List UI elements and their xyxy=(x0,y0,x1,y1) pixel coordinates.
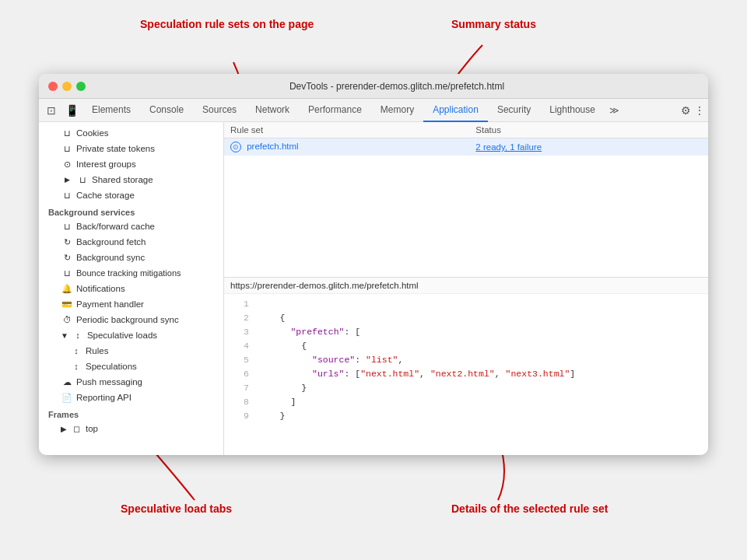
rule-set-panel: Rule set Status ⊙ prefetch.html 2 ready,… xyxy=(224,122,708,278)
sidebar-item-background-fetch[interactable]: ↻ Background fetch xyxy=(39,234,223,250)
sidebar-group-frames: Frames xyxy=(39,405,223,421)
code-line-6: 6 "urls": ["next.html", "next2.html", "n… xyxy=(224,367,708,381)
tab-memory[interactable]: Memory xyxy=(371,99,423,122)
code-line-9: 9 } xyxy=(224,409,708,423)
tab-security[interactable]: Security xyxy=(488,99,540,122)
sync-icon: ↻ xyxy=(61,236,73,248)
sidebar-item-label: Rules xyxy=(86,346,108,355)
col-rule-set: Rule set xyxy=(224,122,469,138)
sidebar-item-label: Cache storage xyxy=(76,191,135,200)
tab-network[interactable]: Network xyxy=(246,99,299,122)
minimize-button[interactable] xyxy=(62,82,72,91)
code-panel: https://prerender-demos.glitch.me/prefet… xyxy=(224,278,708,455)
sidebar-item-frames-top[interactable]: ▶ ◻ top xyxy=(39,421,223,436)
tab-application[interactable]: Application xyxy=(423,99,488,122)
sidebar-item-reporting-api[interactable]: 📄 Reporting API xyxy=(39,390,223,405)
traffic-lights xyxy=(48,82,86,91)
code-line-3: 3 "prefetch": [ xyxy=(224,325,708,339)
tab-lighthouse[interactable]: Lighthouse xyxy=(540,99,605,122)
sidebar-item-private-state-tokens[interactable]: ⊔ Private state tokens xyxy=(39,141,223,156)
sidebar-group-background-services: Background services xyxy=(39,203,223,219)
devtools-icon-device[interactable]: 📱 xyxy=(62,101,81,120)
specload-icon: ↕ xyxy=(70,345,82,357)
sidebar-item-cache-storage[interactable]: ⊔ Cache storage xyxy=(39,187,223,203)
devtools-tab-bar: ⊡ 📱 Elements Console Sources Network Per… xyxy=(39,99,708,122)
code-line-7: 7 } xyxy=(224,381,708,395)
payment-icon: 💳 xyxy=(61,298,73,310)
sidebar-item-label: Back/forward cache xyxy=(76,222,155,231)
expand-arrow-frames-icon: ▶ xyxy=(61,425,67,433)
annotation-speculation-rule-sets: Speculation rule sets on the page xyxy=(140,17,314,31)
code-line-8: 8 ] xyxy=(224,395,708,409)
tab-settings: ⚙ ⋮ xyxy=(681,104,705,117)
sidebar-item-label: Push messaging xyxy=(76,377,142,387)
sidebar-item-label: Speculative loads xyxy=(87,331,157,340)
cloud-icon: ☁ xyxy=(61,376,73,388)
close-button[interactable] xyxy=(48,82,58,91)
sync-icon: ↻ xyxy=(61,251,73,264)
specload-icon: ↕ xyxy=(72,329,84,341)
rule-set-cell: ⊙ prefetch.html xyxy=(224,138,469,156)
rule-table: Rule set Status ⊙ prefetch.html 2 ready,… xyxy=(224,122,708,156)
tab-sources[interactable]: Sources xyxy=(193,99,246,122)
sidebar-item-label: Shared storage xyxy=(92,175,153,184)
sidebar-item-interest-groups[interactable]: ⊙ Interest groups xyxy=(39,156,223,172)
sidebar: ⊔ Cookies ⊔ Private state tokens ⊙ Inter… xyxy=(39,122,224,455)
table-row[interactable]: ⊙ prefetch.html 2 ready, 1 failure xyxy=(224,138,708,156)
rule-set-link[interactable]: prefetch.html xyxy=(247,142,298,151)
db-icon: ⊔ xyxy=(61,220,73,233)
tab-overflow[interactable]: ≫ xyxy=(605,99,624,122)
sidebar-item-payment-handler[interactable]: 💳 Payment handler xyxy=(39,296,223,312)
sidebar-item-notifications[interactable]: 🔔 Notifications xyxy=(39,281,223,296)
browser-window: DevTools - prerender-demos.glitch.me/pre… xyxy=(39,74,708,455)
tab-console[interactable]: Console xyxy=(140,99,193,122)
maximize-button[interactable] xyxy=(76,82,86,91)
status-badge[interactable]: 2 ready, 1 failure xyxy=(475,142,542,152)
code-line-4: 4 { xyxy=(224,339,708,353)
window-title: DevTools - prerender-demos.glitch.me/pre… xyxy=(95,81,699,92)
sidebar-item-bounce-tracking[interactable]: ⊔ Bounce tracking mitigations xyxy=(39,265,223,281)
sidebar-item-speculative-loads[interactable]: ▼ ↕ Speculative loads xyxy=(39,327,223,343)
timer-icon: ⏱ xyxy=(61,313,73,326)
sidebar-item-rules[interactable]: ↕ Rules xyxy=(39,343,223,359)
sidebar-item-background-sync[interactable]: ↻ Background sync xyxy=(39,250,223,265)
sidebar-item-label: Speculations xyxy=(86,362,137,371)
sidebar-item-speculations[interactable]: ↕ Speculations xyxy=(39,359,223,374)
sidebar-item-label: Bounce tracking mitigations xyxy=(76,268,181,278)
settings-icon[interactable]: ⚙ xyxy=(681,104,691,117)
specload-icon: ↕ xyxy=(70,360,82,373)
expand-icon: ▶ xyxy=(61,173,73,186)
tab-performance[interactable]: Performance xyxy=(299,99,371,122)
annotation-summary-status: Summary status xyxy=(451,17,536,31)
sidebar-item-label: Notifications xyxy=(76,284,125,293)
devtools-icon-inspect[interactable]: ⊡ xyxy=(42,101,61,120)
file-icon: 📄 xyxy=(61,391,73,404)
bell-icon: 🔔 xyxy=(61,282,73,295)
sidebar-item-label: top xyxy=(86,424,98,433)
sidebar-item-label: Cookies xyxy=(76,128,109,138)
more-icon[interactable]: ⋮ xyxy=(694,104,705,117)
sidebar-item-push-messaging[interactable]: ☁ Push messaging xyxy=(39,374,223,390)
devtools-body: ⊔ Cookies ⊔ Private state tokens ⊙ Inter… xyxy=(39,122,708,455)
tab-elements[interactable]: Elements xyxy=(82,99,140,122)
rule-prefix-icon: ⊙ xyxy=(230,142,241,152)
globe-icon: ⊙ xyxy=(61,158,73,170)
sidebar-item-cookies[interactable]: ⊔ Cookies xyxy=(39,125,223,141)
sidebar-item-periodic-background-sync[interactable]: ⏱ Periodic background sync xyxy=(39,312,223,327)
selected-url: https://prerender-demos.glitch.me/prefet… xyxy=(224,278,708,294)
db-icon: ⊔ xyxy=(61,267,73,279)
col-status: Status xyxy=(469,122,708,138)
code-area: 1 2 { 3 "prefetch": [ 4 { xyxy=(224,294,708,455)
sidebar-item-label: Interest groups xyxy=(76,159,136,169)
db-icon: ⊔ xyxy=(61,189,73,201)
frame-icon: ◻ xyxy=(70,422,82,435)
sidebar-item-back-forward-cache[interactable]: ⊔ Back/forward cache xyxy=(39,219,223,234)
sidebar-item-shared-storage[interactable]: ▶ ⊔ Shared storage xyxy=(39,172,223,187)
code-line-2: 2 { xyxy=(224,311,708,325)
sidebar-item-label: Payment handler xyxy=(76,299,144,309)
code-line-1: 1 xyxy=(224,297,708,311)
sidebar-item-label: Periodic background sync xyxy=(76,315,179,324)
folder-icon: ⊔ xyxy=(76,173,89,186)
status-cell: 2 ready, 1 failure xyxy=(469,138,708,156)
sidebar-item-label: Background fetch xyxy=(76,237,146,247)
